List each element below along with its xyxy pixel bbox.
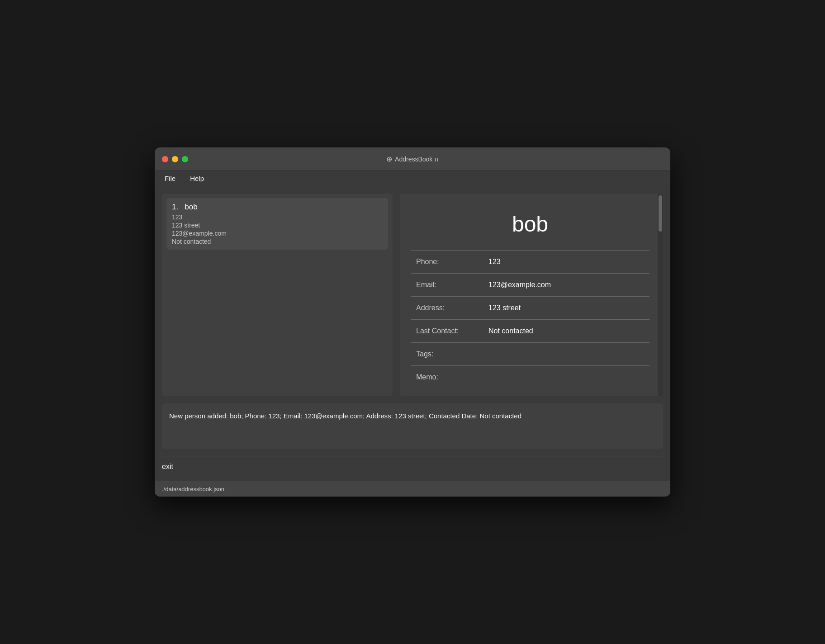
title-icon: ⊕ <box>386 155 392 163</box>
contact-list-panel[interactable]: 1. bob 123 123 street 123@example.com No… <box>162 194 393 396</box>
detail-value-address: 123 street <box>488 304 521 312</box>
detail-label-last-contact: Last Contact: <box>416 327 488 335</box>
menu-file[interactable]: File <box>162 174 178 183</box>
title-bar: ⊕ AddressBook π <box>155 147 670 171</box>
menu-bar: File Help <box>155 171 670 186</box>
detail-label-address: Address: <box>416 304 488 312</box>
detail-label-tags: Tags: <box>416 350 488 358</box>
command-input[interactable] <box>162 461 663 473</box>
command-bar <box>162 456 663 477</box>
window-title: ⊕ AddressBook π <box>386 155 439 163</box>
detail-scrollbar-thumb[interactable] <box>659 195 662 232</box>
detail-name: bob <box>411 203 650 250</box>
detail-content: bob Phone: 123 Email: 123@example.com Ad… <box>400 194 663 396</box>
detail-row-memo: Memo: <box>411 366 650 388</box>
detail-value-last-contact: Not contacted <box>488 327 533 335</box>
detail-panel: bob Phone: 123 Email: 123@example.com Ad… <box>400 194 663 396</box>
detail-row-tags: Tags: <box>411 343 650 366</box>
status-text: ./data/addressbook.json <box>162 486 224 492</box>
detail-row-address: Address: 123 street <box>411 297 650 320</box>
detail-label-phone: Phone: <box>416 258 488 266</box>
main-window: ⊕ AddressBook π File Help 1. bob 123 123… <box>155 147 670 497</box>
contact-status: Not contacted <box>172 238 383 245</box>
contact-email: 123@example.com <box>172 230 383 237</box>
status-bar: ./data/addressbook.json <box>155 481 670 497</box>
log-text: New person added: bob; Phone: 123; Email… <box>169 411 656 421</box>
log-panel: New person added: bob; Phone: 123; Email… <box>162 403 663 449</box>
detail-value-phone: 123 <box>488 258 501 266</box>
contact-number-name: 1. bob <box>172 203 383 212</box>
contact-item[interactable]: 1. bob 123 123 street 123@example.com No… <box>166 198 388 250</box>
contact-name: bob <box>185 203 197 211</box>
detail-row-email: Email: 123@example.com <box>411 274 650 297</box>
maximize-button[interactable] <box>182 156 188 162</box>
detail-row-phone: Phone: 123 <box>411 251 650 274</box>
detail-row-last-contact: Last Contact: Not contacted <box>411 320 650 343</box>
detail-label-email: Email: <box>416 281 488 289</box>
detail-value-email: 123@example.com <box>488 281 551 289</box>
title-text: AddressBook π <box>395 156 439 163</box>
main-content: 1. bob 123 123 street 123@example.com No… <box>155 186 670 403</box>
menu-help[interactable]: Help <box>187 174 207 183</box>
minimize-button[interactable] <box>172 156 178 162</box>
traffic-lights <box>162 156 188 162</box>
detail-label-memo: Memo: <box>416 373 488 381</box>
contact-address: 123 street <box>172 222 383 229</box>
close-button[interactable] <box>162 156 168 162</box>
detail-scrollbar[interactable] <box>658 194 663 396</box>
contact-phone: 123 <box>172 213 383 221</box>
contact-number: 1. <box>172 203 178 211</box>
